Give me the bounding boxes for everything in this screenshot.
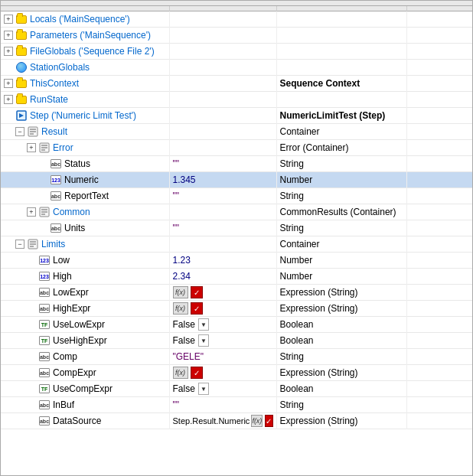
table-row[interactable]: abcHighExprf(x)✓Expression (String): [1, 301, 472, 317]
expand-spacer: [38, 191, 47, 201]
expand-button[interactable]: +: [27, 143, 36, 152]
table-row[interactable]: +RunState: [1, 92, 472, 108]
expand-spacer: [38, 175, 47, 184]
variable-value: "": [169, 188, 276, 204]
variable-name[interactable]: RunState: [30, 94, 68, 105]
variable-name[interactable]: StationGlobals: [30, 62, 90, 73]
expand-button[interactable]: −: [15, 240, 24, 249]
table-row[interactable]: abcCompExprf(x)✓Expression (String): [1, 365, 472, 381]
variable-name: Numeric: [64, 174, 99, 185]
table-row[interactable]: StationGlobals: [1, 60, 472, 76]
indent-spacer: [27, 191, 36, 201]
table-row[interactable]: TFUseCompExprFalse▼Boolean: [1, 381, 472, 397]
expr-button[interactable]: f(x): [251, 415, 263, 427]
indent-spacer: [4, 336, 13, 345]
expr-button[interactable]: f(x): [173, 367, 188, 379]
svg-rect-9: [41, 149, 45, 151]
table-row[interactable]: +ErrorError (Container): [1, 140, 472, 156]
variable-value[interactable]: f(x)✓: [169, 285, 276, 301]
table-row[interactable]: +ThisContextSequence Context: [1, 76, 472, 92]
expand-button[interactable]: −: [15, 127, 24, 136]
variable-name[interactable]: Error: [53, 142, 73, 153]
expand-button[interactable]: +: [27, 207, 36, 217]
table-row[interactable]: TFUseLowExprFalse▼Boolean: [1, 317, 472, 333]
expand-button[interactable]: +: [4, 95, 13, 104]
check-button[interactable]: ✓: [265, 415, 272, 427]
table-row[interactable]: abcInBuf""String: [1, 397, 472, 413]
check-button[interactable]: ✓: [191, 367, 203, 379]
expand-spacer: [27, 272, 36, 281]
table-row[interactable]: abcUnits""String: [1, 220, 472, 236]
variable-value[interactable]: False▼: [169, 381, 276, 397]
variable-value: [169, 28, 276, 44]
value-text: 1.23: [173, 255, 191, 266]
svg-rect-7: [41, 145, 47, 146]
variable-value[interactable]: f(x)✓: [169, 301, 276, 317]
expand-button[interactable]: +: [4, 31, 13, 40]
variable-type: Number: [276, 253, 406, 269]
table-row[interactable]: abcReportText""String: [1, 188, 472, 204]
variable-value: [169, 204, 276, 220]
variable-name: Low: [53, 255, 70, 266]
svg-rect-11: [41, 209, 47, 210]
table-row[interactable]: −LimitsContainer: [1, 236, 472, 253]
table-row[interactable]: +FileGlobals ('Sequence File 2'): [1, 44, 472, 60]
table-row[interactable]: abcComp"GELE"String: [1, 349, 472, 365]
indent-spacer: [4, 143, 13, 152]
variable-name[interactable]: FileGlobals ('Sequence File 2'): [30, 46, 155, 57]
table-row[interactable]: +CommonCommonResults (Container): [1, 204, 472, 220]
expand-button[interactable]: +: [4, 79, 13, 88]
variable-value[interactable]: False▼: [169, 333, 276, 349]
table-row[interactable]: 123High2.34Number: [1, 269, 472, 285]
abc-icon: abc: [38, 350, 51, 363]
dropdown-arrow[interactable]: ▼: [198, 334, 209, 347]
table-row[interactable]: abcLowExprf(x)✓Expression (String): [1, 285, 472, 301]
dropdown-arrow[interactable]: ▼: [198, 383, 209, 395]
variable-value: [169, 11, 276, 28]
variable-name[interactable]: ThisContext: [30, 78, 79, 89]
table-row[interactable]: +Parameters ('MainSequence'): [1, 28, 472, 44]
table-row[interactable]: abcStatus""String: [1, 156, 472, 172]
variable-name[interactable]: Limits: [41, 239, 65, 249]
expand-spacer: [38, 159, 47, 168]
indent-spacer: [4, 159, 13, 168]
expr-button[interactable]: f(x): [173, 302, 188, 315]
table-row[interactable]: TFUseHighExprFalse▼Boolean: [1, 333, 472, 349]
table-row[interactable]: −ResultContainer: [1, 124, 472, 140]
indent-spacer: [15, 256, 24, 265]
variable-type: [276, 44, 406, 60]
dropdown-arrow[interactable]: ▼: [198, 318, 209, 331]
variable-name[interactable]: Common: [53, 207, 90, 217]
check-button[interactable]: ✓: [191, 302, 203, 315]
variable-value[interactable]: False▼: [169, 317, 276, 333]
check-button[interactable]: ✓: [191, 286, 203, 298]
table-row[interactable]: Step ('Numeric Limit Test')NumericLimitT…: [1, 108, 472, 124]
expand-spacer: [27, 400, 36, 409]
table-row[interactable]: +Locals ('MainSequence'): [1, 11, 472, 28]
expand-spacer: [27, 384, 36, 393]
table-row[interactable]: abcDataSourceStep.Result.Numericf(x)✓Exp…: [1, 413, 472, 429]
folder-icon: [15, 93, 28, 106]
variable-type: Expression (String): [276, 413, 406, 429]
container-icon: [27, 238, 39, 250]
indent-spacer: [4, 207, 13, 217]
variable-type: Boolean: [276, 317, 406, 333]
variable-value: [169, 60, 276, 76]
variable-type: [276, 92, 406, 108]
variable-name[interactable]: Step ('Numeric Limit Test'): [30, 110, 136, 121]
variable-name: Status: [64, 158, 90, 169]
expr-button[interactable]: f(x): [173, 286, 188, 298]
variable-value[interactable]: Step.Result.Numericf(x)✓: [169, 413, 276, 429]
variable-name[interactable]: Result: [41, 126, 67, 137]
variable-name[interactable]: Locals ('MainSequence'): [30, 14, 130, 24]
table-container[interactable]: +Locals ('MainSequence')+Parameters ('Ma…: [1, 6, 472, 475]
variable-value[interactable]: f(x)✓: [169, 365, 276, 381]
table-row[interactable]: 123Low1.23Number: [1, 253, 472, 269]
variable-comment: [406, 156, 472, 172]
value-text: "GELE": [173, 351, 204, 362]
expand-button[interactable]: +: [4, 15, 13, 24]
expand-button[interactable]: +: [4, 47, 13, 56]
value-text: "": [173, 399, 180, 410]
table-row[interactable]: 123Numeric1.345Number: [1, 172, 472, 188]
variable-name[interactable]: Parameters ('MainSequence'): [30, 30, 151, 41]
